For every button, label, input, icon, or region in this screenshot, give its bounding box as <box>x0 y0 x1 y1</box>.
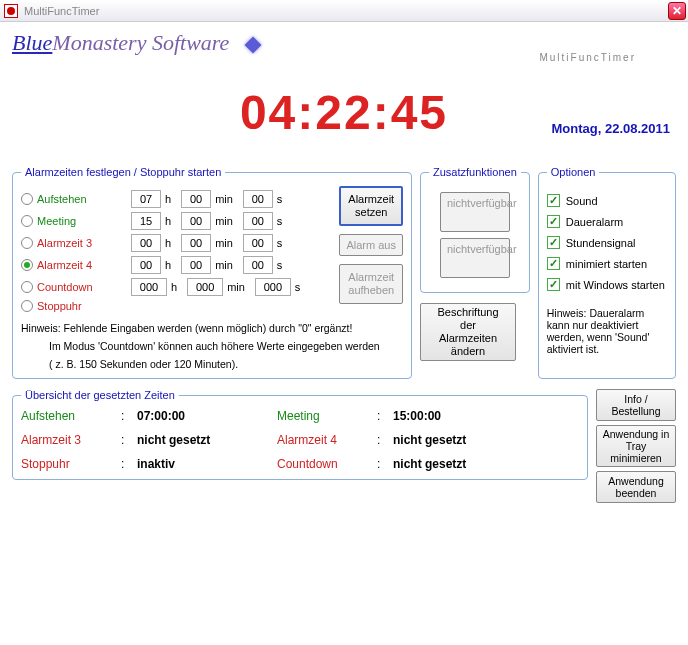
alarm-radio-3[interactable] <box>21 259 33 271</box>
alarm-label-4: Countdown <box>37 281 127 293</box>
option-checkbox-2[interactable] <box>547 236 560 249</box>
overview-cell-1-3: Alarmzeit 4 <box>277 433 377 447</box>
app-icon <box>4 4 18 18</box>
alarm-label-0: Aufstehen <box>37 193 127 205</box>
unit-h: h <box>165 259 171 271</box>
alarm-4-h-input[interactable] <box>131 278 167 296</box>
alarm-3-s-input[interactable] <box>243 256 273 274</box>
titlebar: MultiFuncTimer ✕ <box>0 0 688 22</box>
logo-blue: Blue <box>12 30 52 55</box>
rename-alarms-button[interactable]: Beschriftung der Alarmzeiten ändern <box>420 303 516 361</box>
extras-fieldset: Zusatzfunktionen nichtverfügbar nichtver… <box>420 166 530 293</box>
option-3[interactable]: minimiert starten <box>547 257 667 270</box>
unit-h: h <box>165 237 171 249</box>
alarm-radio-0[interactable] <box>21 193 33 205</box>
alarm-1-s-input[interactable] <box>243 212 273 230</box>
alarm-3-h-input[interactable] <box>131 256 161 274</box>
overview-cell-2-0: Stoppuhr <box>21 457 121 471</box>
overview-cell-2-1: : <box>121 457 137 471</box>
alarm-0-s-input[interactable] <box>243 190 273 208</box>
window-title: MultiFuncTimer <box>24 5 99 17</box>
info-button[interactable]: Info /Bestellung <box>596 389 676 421</box>
alarm-label-3: Alarmzeit 4 <box>37 259 127 271</box>
option-checkbox-3[interactable] <box>547 257 560 270</box>
unit-s: s <box>277 193 283 205</box>
alarm-radio-4[interactable] <box>21 281 33 293</box>
option-checkbox-0[interactable] <box>547 194 560 207</box>
unit-m: min <box>215 237 233 249</box>
alarm-label-1: Meeting <box>37 215 127 227</box>
option-checkbox-4[interactable] <box>547 278 560 291</box>
option-label-1: Daueralarm <box>566 216 623 228</box>
alarm-hint-2: Im Modus 'Countdown' können auch höhere … <box>21 340 403 352</box>
alarm-label-2: Alarmzeit 3 <box>37 237 127 249</box>
alarm-label-5: Stoppuhr <box>37 300 127 312</box>
unit-s: s <box>295 281 301 293</box>
clock-row: 04:22:45 Montag, 22.08.2011 <box>0 85 688 140</box>
overview-fieldset: Übersicht der gesetzten Zeiten Aufstehen… <box>12 389 588 480</box>
overview-cell-1-4: : <box>377 433 393 447</box>
overview-cell-0-5: 15:00:00 <box>393 409 579 423</box>
unit-s: s <box>277 259 283 271</box>
option-2[interactable]: Stundensignal <box>547 236 667 249</box>
unit-s: s <box>277 215 283 227</box>
alarm-radio-1[interactable] <box>21 215 33 227</box>
diamond-icon <box>244 36 261 53</box>
option-label-0: Sound <box>566 195 598 207</box>
unit-h: h <box>165 193 171 205</box>
overview-cell-2-3: Countdown <box>277 457 377 471</box>
unit-h: h <box>171 281 177 293</box>
exit-button[interactable]: Anwendungbeenden <box>596 471 676 503</box>
alarm-0-m-input[interactable] <box>181 190 211 208</box>
minimize-tray-button[interactable]: Anwendung inTrayminimieren <box>596 425 676 467</box>
overview-cell-1-5: nicht gesetzt <box>393 433 579 447</box>
option-label-3: minimiert starten <box>566 258 647 270</box>
alarms-legend: Alarmzeiten festlegen / Stoppuhr starten <box>21 166 225 178</box>
logo-area: BlueMonastery Software MultiFuncTimer <box>0 22 688 67</box>
options-fieldset: Optionen SoundDaueralarmStundensignalmin… <box>538 166 676 379</box>
overview-cell-0-4: : <box>377 409 393 423</box>
overview-cell-0-0: Aufstehen <box>21 409 121 423</box>
overview-cell-2-5: nicht gesetzt <box>393 457 579 471</box>
set-alarm-button[interactable]: Alarmzeit setzen <box>339 186 403 226</box>
alarm-row-2: Alarmzeit 3hmins <box>21 234 329 252</box>
alarms-fieldset: Alarmzeiten festlegen / Stoppuhr starten… <box>12 166 412 379</box>
lift-alarm-button[interactable]: Alarmzeit aufheben <box>339 264 403 304</box>
alarm-4-s-input[interactable] <box>255 278 291 296</box>
alarm-1-m-input[interactable] <box>181 212 211 230</box>
alarm-radio-2[interactable] <box>21 237 33 249</box>
overview-cell-0-3: Meeting <box>277 409 377 423</box>
alarm-2-s-input[interactable] <box>243 234 273 252</box>
alarm-radio-5[interactable] <box>21 300 33 312</box>
alarm-3-m-input[interactable] <box>181 256 211 274</box>
extra-button-2[interactable]: nichtverfügbar <box>440 238 510 278</box>
alarm-row-1: Meetinghmins <box>21 212 329 230</box>
alarm-0-h-input[interactable] <box>131 190 161 208</box>
extra-button-1[interactable]: nichtverfügbar <box>440 192 510 232</box>
option-1[interactable]: Daueralarm <box>547 215 667 228</box>
overview-cell-0-2: 07:00:00 <box>137 409 277 423</box>
overview-cell-1-0: Alarmzeit 3 <box>21 433 121 447</box>
alarm-hint-1: Hinweis: Fehlende Eingaben werden (wenn … <box>21 322 403 334</box>
close-button[interactable]: ✕ <box>668 2 686 20</box>
unit-s: s <box>277 237 283 249</box>
option-0[interactable]: Sound <box>547 194 667 207</box>
alarm-2-m-input[interactable] <box>181 234 211 252</box>
option-4[interactable]: mit Windows starten <box>547 278 667 291</box>
unit-m: min <box>227 281 245 293</box>
alarm-1-h-input[interactable] <box>131 212 161 230</box>
unit-h: h <box>165 215 171 227</box>
alarm-off-button[interactable]: Alarm aus <box>339 234 403 256</box>
alarm-4-m-input[interactable] <box>187 278 223 296</box>
overview-cell-1-1: : <box>121 433 137 447</box>
unit-m: min <box>215 193 233 205</box>
alarm-hint-3: ( z. B. 150 Sekunden oder 120 Minuten). <box>21 358 403 370</box>
unit-m: min <box>215 215 233 227</box>
unit-m: min <box>215 259 233 271</box>
option-label-4: mit Windows starten <box>566 279 665 291</box>
extras-legend: Zusatzfunktionen <box>429 166 521 178</box>
logo-rest: Monastery Software <box>52 30 229 55</box>
alarm-row-0: Aufstehenhmins <box>21 190 329 208</box>
alarm-2-h-input[interactable] <box>131 234 161 252</box>
option-checkbox-1[interactable] <box>547 215 560 228</box>
